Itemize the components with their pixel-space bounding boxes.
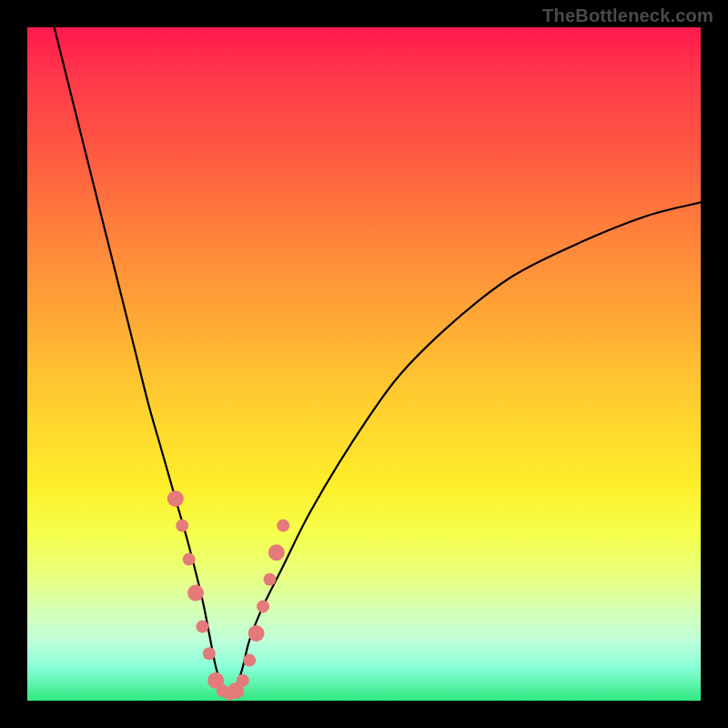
watermark-text: TheBottleneck.com [542, 5, 713, 26]
highlight-dot [187, 585, 204, 602]
highlight-dot [268, 544, 285, 561]
chart-frame: TheBottleneck.com [0, 0, 728, 728]
highlight-dot [257, 600, 269, 612]
curve-layer [27, 27, 701, 701]
bottleneck-curve [55, 27, 701, 694]
highlight-dot [263, 573, 276, 586]
highlight-dot [248, 625, 265, 642]
highlight-dot [243, 654, 256, 667]
highlight-dot [183, 553, 196, 566]
highlight-dot [196, 621, 208, 633]
highlight-dot [167, 490, 184, 507]
highlight-dot [277, 520, 289, 532]
highlight-dot [176, 520, 188, 532]
highlight-dot [203, 647, 216, 660]
marker-group [167, 490, 289, 701]
plot-area [27, 27, 701, 701]
highlight-dot [237, 674, 249, 687]
